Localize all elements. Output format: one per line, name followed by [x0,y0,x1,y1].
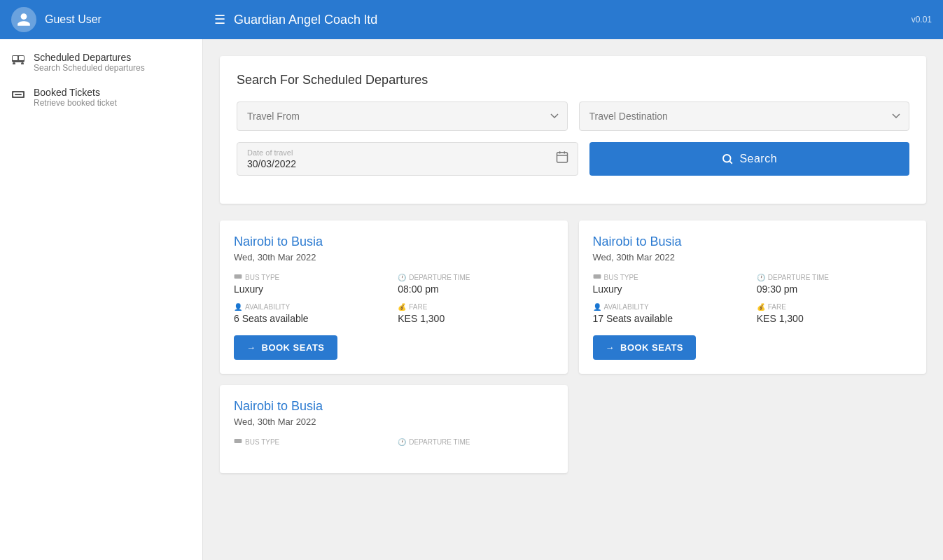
search-panel: Search For Scheduled Departures Travel F… [220,56,926,204]
main-layout: Scheduled Departures Search Scheduled de… [0,39,943,560]
trip-details-1: BUS TYPE Luxury 🕐 DEPARTURE TIME 08:00 p… [234,274,554,324]
sidebar-item-scheduled-sublabel: Search Scheduled departures [34,63,145,73]
bus-type-label-1: BUS TYPE [234,274,389,281]
bus-type-detail-2: BUS TYPE Luxury [593,274,748,295]
availability-detail-1: 👤 AVAILABILITY 6 Seats available [234,303,389,324]
fare-detail-2: 💰 FARE KES 1,300 [757,303,912,324]
date-of-travel-input[interactable]: Date of travel 30/03/2022 [237,142,578,176]
book-button-1[interactable]: → BOOK SEATS [234,335,337,360]
bus-type-value-1: Luxury [234,284,389,295]
svg-rect-15 [593,274,601,279]
topnav-left: Guest User [11,7,214,32]
ticket-icon [11,88,25,103]
topnav: Guest User ☰ Guardian Angel Coach ltd v0… [0,0,943,39]
trip-card-3: Nairobi to Busia Wed, 30th Mar 2022 BUS … [220,385,568,473]
departure-label-3: 🕐 DEPARTURE TIME [398,438,553,446]
trip-card-2: Nairobi to Busia Wed, 30th Mar 2022 BUS … [579,220,927,374]
clock-icon-2: 🕐 [757,274,765,281]
svg-line-13 [730,161,732,163]
fare-value-1: KES 1,300 [398,313,553,324]
topnav-version: v0.01 [911,15,932,24]
sidebar-item-scheduled-departures[interactable]: Scheduled Departures Search Scheduled de… [0,45,202,80]
svg-rect-14 [235,274,242,279]
fare-label-1: 💰 FARE [398,303,553,311]
bus-type-detail-3: BUS TYPE [234,438,389,448]
book-label-1: BOOK SEATS [262,342,325,353]
svg-rect-8 [557,153,567,162]
trip-details-2: BUS TYPE Luxury 🕐 DEPARTURE TIME 09:30 p… [593,274,913,324]
fare-value-2: KES 1,300 [757,313,912,324]
search-bottom-row: Date of travel 30/03/2022 [237,142,909,176]
trip-details-3: BUS TYPE 🕐 DEPARTURE TIME [234,438,554,448]
clock-icon-3: 🕐 [398,438,406,446]
person-icon-2: 👤 [593,303,601,311]
money-icon-2: 💰 [757,303,765,311]
departure-value-1: 08:00 pm [398,284,553,295]
trip-title-1: Nairobi to Busia [234,234,554,249]
book-label-2: BOOK SEATS [620,342,683,353]
availability-value-2: 17 Seats available [593,313,748,324]
trip-date-2: Wed, 30th Mar 2022 [593,252,913,262]
avatar [11,7,36,32]
departure-value-2: 09:30 pm [757,284,912,295]
money-icon-1: 💰 [398,303,406,311]
svg-rect-2 [19,56,24,60]
svg-point-3 [13,62,15,64]
sidebar-item-booked-tickets[interactable]: Booked Tickets Retrieve booked ticket [0,80,202,115]
sidebar: Scheduled Departures Search Scheduled de… [0,39,203,560]
travel-destination-select[interactable]: Travel Destination [579,102,910,131]
search-top-row: Travel From Travel Destination [237,102,909,131]
topnav-username: Guest User [45,13,102,26]
fare-label-2: 💰 FARE [757,303,912,311]
trip-date-3: Wed, 30th Mar 2022 [234,416,554,427]
fare-detail-1: 💰 FARE KES 1,300 [398,303,553,324]
bus-type-label-2: BUS TYPE [593,274,748,281]
hamburger-icon[interactable]: ☰ [214,12,225,27]
bus-icon [11,53,25,68]
trip-title-3: Nairobi to Busia [234,399,554,414]
bus-type-detail-1: BUS TYPE Luxury [234,274,389,295]
svg-point-4 [21,62,24,64]
sidebar-item-scheduled-label: Scheduled Departures [34,52,145,63]
availability-label-2: 👤 AVAILABILITY [593,303,748,311]
svg-rect-16 [235,439,242,443]
results-grid: Nairobi to Busia Wed, 30th Mar 2022 BUS … [220,220,926,473]
availability-label-1: 👤 AVAILABILITY [234,303,389,311]
book-button-2[interactable]: → BOOK SEATS [593,335,697,360]
travel-from-select[interactable]: Travel From [237,102,568,131]
svg-rect-1 [13,56,18,60]
sidebar-item-scheduled-text: Scheduled Departures Search Scheduled de… [34,52,145,73]
clock-icon-1: 🕐 [398,274,406,281]
svg-point-12 [723,155,731,162]
person-icon-1: 👤 [234,303,242,311]
date-label: Date of travel [247,148,568,157]
departure-detail-1: 🕐 DEPARTURE TIME 08:00 pm [398,274,553,295]
departure-detail-2: 🕐 DEPARTURE TIME 09:30 pm [757,274,912,295]
arrow-icon-1: → [246,342,256,353]
topnav-title: Guardian Angel Coach ltd [234,13,377,27]
main-content: Search For Scheduled Departures Travel F… [203,39,943,560]
bus-icon-small-1 [234,274,242,281]
trip-date-1: Wed, 30th Mar 2022 [234,252,554,262]
arrow-icon-2: → [606,342,615,353]
bus-icon-small-2 [593,274,601,281]
departure-detail-3: 🕐 DEPARTURE TIME [398,438,553,448]
search-icon [721,153,734,165]
search-button[interactable]: Search [589,142,910,176]
calendar-icon [555,150,569,168]
search-panel-title: Search For Scheduled Departures [237,73,909,88]
trip-title-2: Nairobi to Busia [593,234,913,249]
availability-detail-2: 👤 AVAILABILITY 17 Seats available [593,303,748,324]
availability-value-1: 6 Seats available [234,313,389,324]
trip-card-1: Nairobi to Busia Wed, 30th Mar 2022 BUS … [220,220,568,374]
bus-icon-small-3 [234,438,242,446]
topnav-center: ☰ Guardian Angel Coach ltd v0.01 [214,12,932,27]
svg-rect-7 [15,94,22,95]
search-button-label: Search [739,153,777,165]
sidebar-item-booked-label: Booked Tickets [34,87,117,98]
departure-label-2: 🕐 DEPARTURE TIME [757,274,912,281]
bus-type-label-3: BUS TYPE [234,438,389,446]
bus-type-value-2: Luxury [593,284,748,295]
sidebar-item-booked-sublabel: Retrieve booked ticket [34,98,117,108]
date-value: 30/03/2022 [247,158,568,169]
